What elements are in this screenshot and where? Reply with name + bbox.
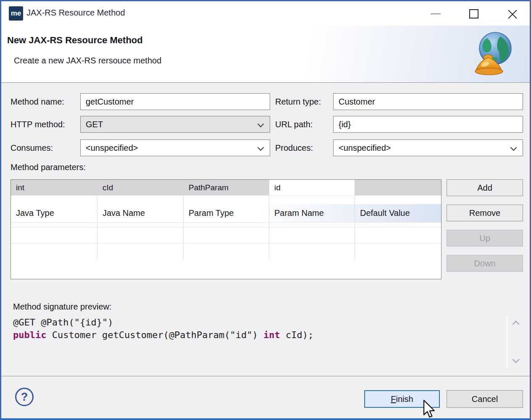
produces-value: <unspecified> [339, 143, 391, 152]
chevron-down-icon [258, 144, 264, 151]
column-header-default-value[interactable]: Default Value [355, 204, 441, 222]
produces-select[interactable]: <unspecified> [333, 139, 523, 156]
code-line2-end: cId); [280, 330, 313, 340]
wizard-header: New JAX-RS Resource Method Create a new … [1, 26, 530, 83]
consumes-value: <unspecified> [86, 143, 138, 152]
up-button: Up [447, 230, 523, 247]
column-header-java-name[interactable]: Java Name [97, 204, 184, 222]
mouse-cursor-icon [421, 399, 436, 419]
page-title: New JAX-RS Resource Method [7, 35, 143, 46]
finish-label-rest: inish [396, 394, 413, 404]
chevron-down-icon [258, 121, 264, 128]
help-button[interactable]: ? [15, 388, 34, 406]
down-button: Down [447, 255, 523, 272]
code-line1: @GET @Path("{id}") [13, 317, 113, 328]
window-title: JAX-RS Resource Method [26, 8, 125, 18]
cell-java-name[interactable]: cId [97, 180, 184, 195]
cell-param-name-editor[interactable]: id [269, 180, 355, 195]
globe-bell-icon [468, 29, 519, 79]
return-type-input[interactable] [333, 93, 523, 110]
consumes-label: Consumes: [11, 139, 53, 156]
finish-label-accel: F [391, 394, 396, 404]
signature-preview-code: @GET @Path("{id}")public Customer getCus… [13, 316, 313, 341]
cell-param-type[interactable]: PathParam [184, 180, 269, 195]
table-header-row: Java Type Java Name Param Type Param Nam… [11, 204, 441, 223]
page-subtitle: Create a new JAX-RS rersouce method [14, 56, 161, 66]
jaxrs-resource-method-dialog: me JAX-RS Resource Method New JAX-RS Res… [0, 0, 531, 420]
http-method-label: HTTP method: [11, 116, 65, 133]
cell-default-value[interactable] [355, 180, 441, 195]
produces-label: Produces: [275, 139, 313, 156]
scroll-down-icon[interactable] [513, 357, 519, 363]
method-name-input[interactable] [80, 93, 270, 110]
table-row-empty [11, 244, 441, 260]
method-parameters-table: Java Type Java Name Param Type Param Nam… [11, 179, 442, 279]
keyword-public: public [13, 330, 46, 340]
column-header-param-name[interactable]: Param Name [269, 204, 355, 222]
return-type-label: Return type: [275, 93, 321, 110]
add-button[interactable]: Add [447, 179, 523, 196]
column-header-param-type[interactable]: Param Type [184, 204, 269, 222]
code-line2-mid: Customer getCustomer(@PathParam("id") [46, 330, 263, 340]
footer-divider [1, 376, 530, 376]
maximize-icon[interactable] [469, 9, 478, 18]
minimize-icon[interactable] [431, 13, 441, 14]
url-path-input[interactable] [333, 116, 523, 133]
table-row-selected[interactable]: int cId PathParam id [11, 180, 441, 196]
method-parameters-label: Method parameters: [11, 163, 86, 172]
method-name-label: Method name: [11, 93, 64, 110]
consumes-select[interactable]: <unspecified> [80, 139, 270, 156]
cell-java-type[interactable]: int [11, 180, 97, 195]
scroll-up-icon[interactable] [513, 320, 519, 326]
table-row-empty [11, 228, 441, 244]
signature-preview-label: Method signature preview: [13, 302, 112, 312]
title-bar: me JAX-RS Resource Method [1, 1, 530, 26]
http-method-select[interactable]: GET [80, 116, 270, 133]
remove-button[interactable]: Remove [447, 205, 523, 221]
http-method-value: GET [86, 120, 103, 129]
close-icon[interactable] [506, 8, 519, 21]
cancel-button[interactable]: Cancel [447, 390, 523, 408]
scrollbar-track[interactable] [506, 316, 508, 368]
chevron-down-icon [510, 144, 517, 151]
column-header-java-type[interactable]: Java Type [11, 204, 97, 222]
myeclipse-app-icon: me [9, 6, 23, 21]
url-path-label: URL path: [275, 116, 313, 133]
keyword-int: int [263, 330, 280, 340]
